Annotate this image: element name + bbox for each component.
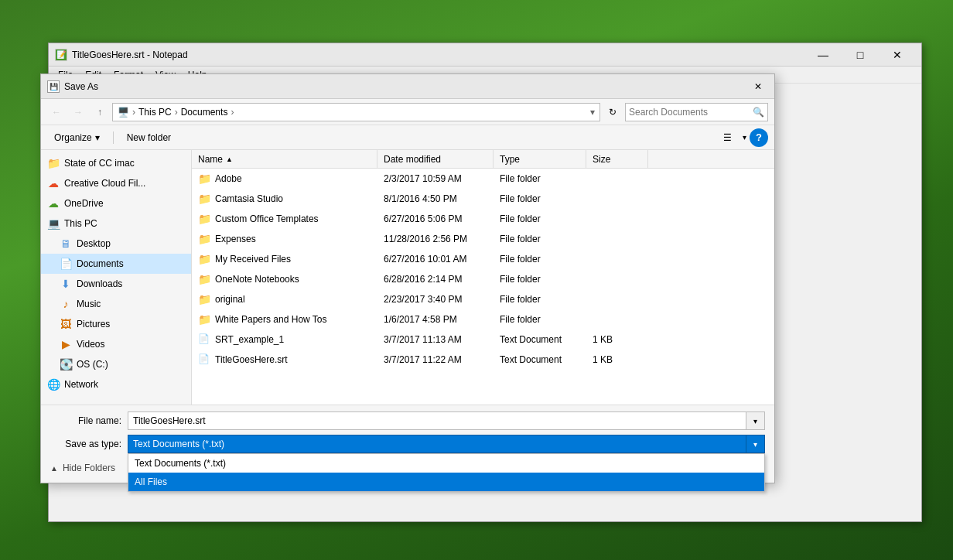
col-header-size[interactable]: Size xyxy=(586,150,648,168)
file-row[interactable]: 📁 Custom Office Templates 6/27/2016 5:06… xyxy=(192,209,774,229)
desktop-icon: 🖥 xyxy=(60,237,72,250)
path-this-pc[interactable]: This PC xyxy=(138,107,172,118)
file-row[interactable]: 📁 Adobe 2/3/2017 10:59 AM File folder xyxy=(192,169,774,189)
view-dropdown-arrow: ▾ xyxy=(743,133,746,142)
file-icon: 📁 xyxy=(198,273,210,285)
filename-container: ▾ xyxy=(128,411,765,430)
new-folder-button[interactable]: New folder xyxy=(120,128,178,147)
file-row[interactable]: 📁 My Received Files 6/27/2016 10:01 AM F… xyxy=(192,249,774,269)
folder-icon: 📁 xyxy=(47,157,60,169)
organize-dropdown-arrow: ▾ xyxy=(95,132,100,143)
path-documents[interactable]: Documents xyxy=(181,107,228,118)
music-icon: ♪ xyxy=(60,298,72,310)
file-icon: 📁 xyxy=(198,313,210,326)
videos-icon: ▶ xyxy=(60,338,72,350)
close-button[interactable]: ✕ xyxy=(880,43,915,67)
network-icon: 🌐 xyxy=(47,378,60,391)
filetype-option-txt[interactable]: Text Documents (*.txt) xyxy=(128,454,764,473)
up-button[interactable]: ↑ xyxy=(91,103,109,121)
file-area: Name ▲ Date modified Type Size 📁 xyxy=(192,150,774,405)
path-icon: 🖥️ xyxy=(118,107,129,118)
action-bar-right: ☰ ▾ ? xyxy=(715,128,768,147)
nav-item-pictures[interactable]: 🖼 Pictures xyxy=(41,314,191,334)
path-bar: 🖥️ › This PC › Documents › ▾ xyxy=(112,103,600,121)
nav-item-os-c[interactable]: 💽 OS (C:) xyxy=(41,354,191,374)
filetype-dropdown-menu: Text Documents (*.txt) All Files xyxy=(128,453,765,492)
filetype-container: ▾ Text Documents (*.txt) All Files xyxy=(128,435,765,453)
nav-item-downloads[interactable]: ⬇ Downloads xyxy=(41,274,191,294)
back-button[interactable]: ← xyxy=(47,103,66,121)
file-list: 📁 Adobe 2/3/2017 10:59 AM File folder 📁 … xyxy=(192,169,774,405)
refresh-button[interactable]: ↻ xyxy=(603,103,622,121)
dialog-bottom: File name: ▾ Save as type: ▾ Text Docume… xyxy=(41,405,774,483)
dialog-close-button[interactable]: ✕ xyxy=(748,78,768,95)
minimize-button[interactable]: — xyxy=(805,43,841,67)
nav-item-videos[interactable]: ▶ Videos xyxy=(41,334,191,354)
sort-arrow: ▲ xyxy=(226,155,233,163)
dialog-icon: 💾 xyxy=(47,80,60,93)
file-row[interactable]: 📁 Camtasia Studio 8/1/2016 4:50 PM File … xyxy=(192,189,774,209)
hide-folders-arrow: ▲ xyxy=(50,464,58,473)
filename-dropdown-btn[interactable]: ▾ xyxy=(746,411,765,430)
file-row[interactable]: 📄 SRT_example_1 3/7/2017 11:13 AM Text D… xyxy=(192,330,774,350)
saveas-dialog: 💾 Save As ✕ ← → ↑ 🖥️ › This PC › Documen… xyxy=(40,73,775,483)
drive-icon: 💽 xyxy=(60,358,72,370)
downloads-icon: ⬇ xyxy=(60,278,72,290)
nav-item-state-of-cc[interactable]: 📁 State of CC imac xyxy=(41,153,191,173)
file-row[interactable]: 📁 original 2/23/2017 3:40 PM File folder xyxy=(192,289,774,309)
dialog-content: 📁 State of CC imac ☁ Creative Cloud Fil.… xyxy=(41,150,774,405)
nav-item-this-pc[interactable]: 💻 This PC xyxy=(41,213,191,234)
dialog-titlebar: 💾 Save As ✕ xyxy=(41,74,774,99)
file-row[interactable]: 📄 TitleGoesHere.srt 3/7/2017 11:22 AM Te… xyxy=(192,350,774,370)
file-icon: 📁 xyxy=(198,193,210,205)
notepad-titlebar: 📝 TitleGoesHere.srt - Notepad — □ ✕ xyxy=(49,43,921,67)
notepad-controls: — □ ✕ xyxy=(805,43,915,67)
file-row[interactable]: 📁 White Papers and How Tos 1/6/2017 4:58… xyxy=(192,309,774,330)
file-icon: 📁 xyxy=(198,213,210,225)
file-icon: 📁 xyxy=(198,172,210,185)
filetype-row: Save as type: ▾ Text Documents (*.txt) A… xyxy=(50,435,765,453)
hide-folders[interactable]: ▲ Hide Folders xyxy=(50,459,115,475)
path-sep1: › xyxy=(132,107,135,118)
action-bar: Organize ▾ New folder ☰ ▾ ? xyxy=(41,125,774,150)
nav-item-desktop[interactable]: 🖥 Desktop xyxy=(41,234,191,254)
filename-label: File name: xyxy=(50,415,128,426)
filetype-dropdown-btn[interactable]: ▾ xyxy=(746,435,765,453)
file-icon: 📁 xyxy=(198,253,210,265)
action-bar-separator xyxy=(113,131,114,144)
col-header-name[interactable]: Name ▲ xyxy=(192,150,377,168)
help-button[interactable]: ? xyxy=(750,128,768,147)
col-header-date[interactable]: Date modified xyxy=(377,150,494,168)
path-sep3: › xyxy=(231,107,234,118)
filetype-option-all[interactable]: All Files xyxy=(128,473,764,491)
forward-button[interactable]: → xyxy=(69,103,87,121)
search-box: 🔍 xyxy=(625,103,768,121)
dialog-toolbar: ← → ↑ 🖥️ › This PC › Documents › ▾ ↻ 🔍 xyxy=(41,99,774,125)
notepad-title: TitleGoesHere.srt - Notepad xyxy=(72,50,805,60)
nav-item-music[interactable]: ♪ Music xyxy=(41,294,191,314)
filename-row: File name: ▾ xyxy=(50,411,765,430)
hide-folders-label: Hide Folders xyxy=(63,463,115,473)
search-input[interactable] xyxy=(629,107,753,118)
file-icon: 📄 xyxy=(198,353,210,366)
left-nav: 📁 State of CC imac ☁ Creative Cloud Fil.… xyxy=(41,150,192,405)
path-dropdown-arrow[interactable]: ▾ xyxy=(590,107,595,118)
filetype-input[interactable] xyxy=(128,435,746,453)
onedrive-icon: ☁ xyxy=(47,197,60,210)
file-row[interactable]: 📁 Expenses 11/28/2016 2:56 PM File folde… xyxy=(192,229,774,249)
nav-item-network[interactable]: 🌐 Network xyxy=(41,374,191,394)
maximize-button[interactable]: □ xyxy=(842,43,878,67)
file-row[interactable]: 📁 OneNote Notebooks 6/28/2016 2:14 PM Fi… xyxy=(192,269,774,289)
filename-input[interactable] xyxy=(128,411,746,430)
file-icon: 📁 xyxy=(198,233,210,245)
file-icon: 📁 xyxy=(198,293,210,306)
creative-cloud-icon: ☁ xyxy=(47,177,60,190)
nav-item-documents[interactable]: 📄 Documents xyxy=(41,254,191,274)
view-button[interactable]: ☰ xyxy=(715,128,740,147)
pc-icon: 💻 xyxy=(47,217,60,230)
col-header-type[interactable]: Type xyxy=(494,150,586,168)
documents-icon: 📄 xyxy=(60,258,72,270)
organize-button[interactable]: Organize ▾ xyxy=(47,128,107,147)
nav-item-creative-cloud[interactable]: ☁ Creative Cloud Fil... xyxy=(41,173,191,193)
nav-item-onedrive[interactable]: ☁ OneDrive xyxy=(41,193,191,213)
